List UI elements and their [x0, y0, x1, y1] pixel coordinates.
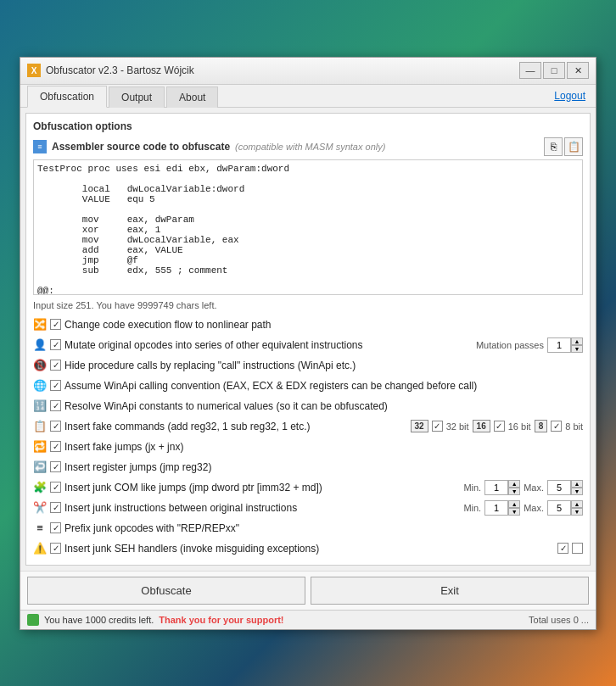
junk-inst-checkbox[interactable]: [50, 502, 61, 513]
fake-jumps-checkbox[interactable]: [50, 441, 61, 452]
main-content: Obfuscation options ≡ Assembler source c…: [25, 113, 591, 566]
fake-cmd-checkbox[interactable]: [50, 421, 61, 432]
section-title: Obfuscation options: [33, 120, 583, 132]
option-row: ≡ Prefix junk opcodes with "REP/REPxx": [33, 519, 583, 538]
junk-inst-max-up[interactable]: ▲: [571, 500, 583, 508]
winapi-icon: 🌐: [33, 379, 47, 393]
junk-inst-label: Insert junk instructions between origina…: [64, 502, 456, 514]
junk-com-min-up[interactable]: ▲: [508, 480, 520, 488]
seh-checkbox[interactable]: [50, 543, 61, 554]
exit-button[interactable]: Exit: [311, 577, 589, 605]
seh-extra-check2[interactable]: [572, 543, 583, 554]
junk-inst-max-label: Max.: [524, 503, 544, 513]
seh-extra-check1[interactable]: [557, 543, 568, 554]
option-row: 🔁 Insert fake jumps (jx + jnx): [33, 438, 583, 456]
winapi-checkbox[interactable]: [50, 380, 61, 391]
main-window: X Obfuscator v2.3 - Bartosz Wójcik — □ ✕…: [20, 57, 596, 630]
mutation-passes-spinner: ▲ ▼: [571, 337, 583, 353]
bit8-label: 8 bit: [565, 421, 583, 432]
seh-extras: [557, 543, 583, 554]
bit32-checkbox[interactable]: [432, 421, 443, 432]
junk-inst-min-spinbox: ▲ ▼: [484, 500, 520, 516]
mutate-icon: 👤: [33, 338, 47, 352]
bit16-checkbox[interactable]: [494, 421, 505, 432]
junk-inst-min-input[interactable]: [484, 500, 508, 516]
fake-cmd-icon: 📋: [33, 420, 47, 433]
mutation-passes-extras: Mutation passes ▲ ▼: [476, 337, 583, 353]
reg-jumps-label: Insert register jumps (jmp reg32): [64, 461, 583, 473]
junk-inst-min-up[interactable]: ▲: [508, 500, 520, 508]
reg-jumps-checkbox[interactable]: [50, 461, 61, 472]
tab-bar: Obfuscation Output About Logout: [20, 85, 596, 108]
status-icon: [27, 614, 39, 626]
bit8-checkbox[interactable]: [551, 421, 562, 432]
source-code-input[interactable]: TestProc proc uses esi edi ebx, dwParam:…: [33, 159, 583, 295]
junk-com-max-label: Max.: [524, 482, 544, 493]
tab-output[interactable]: Output: [109, 86, 165, 108]
badge-8: 8: [535, 420, 548, 432]
thank-text: Thank you for your support!: [159, 615, 283, 625]
junk-com-max-up[interactable]: ▲: [571, 480, 583, 488]
junk-com-min-input[interactable]: [484, 480, 508, 495]
mutation-passes-down[interactable]: ▼: [571, 345, 583, 353]
prefix-icon: ≡: [33, 521, 47, 535]
hide-calls-icon: 📵: [33, 359, 47, 372]
prefix-checkbox[interactable]: [50, 522, 61, 533]
junk-inst-max-input[interactable]: [547, 500, 571, 516]
junk-com-checkbox[interactable]: [50, 482, 61, 493]
tab-about[interactable]: About: [166, 86, 218, 108]
mutation-passes-spinbox: ▲ ▼: [547, 337, 583, 353]
junk-com-min-spinbox: ▲ ▼: [484, 480, 520, 495]
seh-icon: ⚠️: [33, 542, 47, 555]
minimize-button[interactable]: —: [519, 62, 541, 79]
mutation-passes-up[interactable]: ▲: [571, 337, 583, 345]
option-row: 🌐 Assume WinApi calling convention (EAX,…: [33, 376, 583, 395]
mutate-checkbox[interactable]: [50, 339, 61, 350]
flow-checkbox[interactable]: [50, 319, 61, 330]
hide-calls-checkbox[interactable]: [50, 360, 61, 371]
junk-com-max-spinbox: ▲ ▼: [547, 480, 583, 495]
option-row: 📵 Hide procedure calls by replacing "cal…: [33, 356, 583, 375]
junk-com-max-spinner: ▲ ▼: [571, 480, 583, 495]
junk-com-icon: 🧩: [33, 481, 47, 494]
prefix-label: Prefix junk opcodes with "REP/REPxx": [64, 522, 583, 534]
junk-inst-min-down[interactable]: ▼: [508, 508, 520, 516]
window-controls: — □ ✕: [519, 62, 589, 79]
junk-com-label: Insert junk COM like jumps (jmp dword pt…: [64, 482, 456, 494]
credits-text: You have 1000 credits left.: [44, 615, 154, 625]
flow-icon: 🔀: [33, 318, 47, 332]
junk-inst-icon: ✂️: [33, 501, 47, 515]
source-sublabel: (compatible with MASM syntax only): [235, 142, 385, 152]
option-row: 📋 Insert fake commands (add reg32, 1 sub…: [33, 417, 583, 436]
junk-com-extras: Min. ▲ ▼ Max. ▲ ▼: [463, 480, 583, 495]
mutation-passes-label: Mutation passes: [476, 340, 544, 350]
tab-obfuscation[interactable]: Obfuscation: [27, 86, 107, 108]
bit16-label: 16 bit: [508, 421, 531, 432]
junk-inst-max-spinbox: ▲ ▼: [547, 500, 583, 516]
title-bar: X Obfuscator v2.3 - Bartosz Wójcik — □ ✕: [20, 58, 596, 85]
junk-inst-extras: Min. ▲ ▼ Max. ▲ ▼: [463, 500, 583, 516]
resolve-checkbox[interactable]: [50, 400, 61, 411]
maximize-button[interactable]: □: [543, 62, 565, 79]
junk-inst-max-down[interactable]: ▼: [571, 508, 583, 516]
bit32-label: 32 bit: [446, 421, 469, 432]
option-row: 🔢 Resolve WinApi constants to numerical …: [33, 397, 583, 416]
logout-link[interactable]: Logout: [544, 86, 596, 106]
action-buttons: Obfuscate Exit: [27, 577, 589, 605]
copy-button[interactable]: ⎘: [544, 137, 563, 156]
junk-com-max-input[interactable]: [547, 480, 571, 495]
option-row: 👤 Mutate original opcodes into series of…: [33, 336, 583, 354]
junk-inst-max-spinner: ▲ ▼: [571, 500, 583, 516]
junk-com-max-down[interactable]: ▼: [571, 488, 583, 495]
fake-jumps-label: Insert fake jumps (jx + jnx): [64, 441, 583, 453]
option-row: 🧩 Insert junk COM like jumps (jmp dword …: [33, 478, 583, 497]
app-icon: X: [27, 64, 41, 77]
paste-button[interactable]: 📋: [564, 137, 583, 156]
close-button[interactable]: ✕: [567, 62, 589, 79]
total-uses-text: Total uses 0 ...: [529, 615, 589, 625]
mutation-passes-input[interactable]: [547, 337, 571, 353]
obfuscate-button[interactable]: Obfuscate: [27, 577, 305, 605]
footer-bar: Obfuscate Exit: [20, 571, 596, 610]
status-bar: You have 1000 credits left. Thank you fo…: [20, 610, 596, 629]
junk-com-min-down[interactable]: ▼: [508, 488, 520, 495]
